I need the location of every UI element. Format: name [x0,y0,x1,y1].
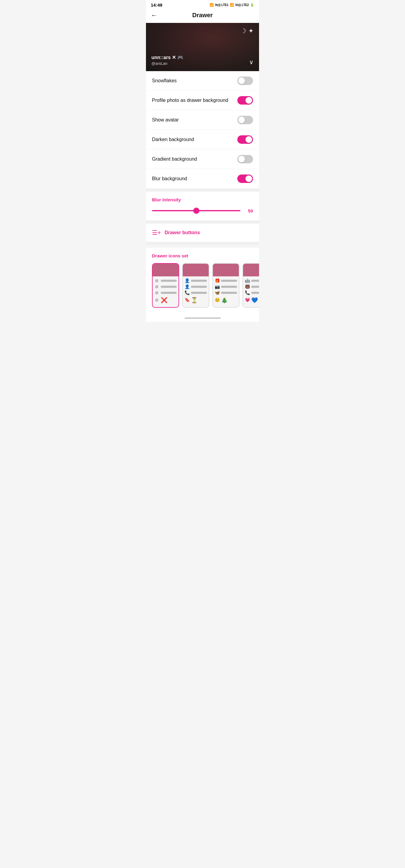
snowflakes-label: Snowflakes [152,78,177,84]
card-row: 👤 [184,284,207,289]
card-body-1: ⊘ ⊘ ⊘ ⊘ ❌ [152,276,178,307]
setting-snowflakes: Snowflakes [146,71,259,91]
card-icon: 📷 [215,284,220,289]
signal2-icon: 📶 [230,3,234,7]
back-button[interactable]: ← [151,11,157,19]
card-icon: 🎁 [215,278,220,283]
card-bar [221,292,237,294]
drawer-buttons-icon: ☰+ [152,229,161,236]
icons-set-scroll[interactable]: ⊘ ⊘ ⊘ ⊘ ❌ [152,263,259,308]
card-bar [191,280,207,282]
drawer-user-info: unn::ars ✕ 🎮 @arsLan [151,55,183,66]
scroll-handle [184,317,221,319]
card-special: 🎄 [221,297,228,304]
card-header-1 [152,264,178,276]
card-header-4 [243,264,259,276]
darken-bg-toggle[interactable] [237,135,253,144]
card-icon: 📞 [245,290,250,295]
card-bar [191,292,207,294]
card-row: ⊘ [154,284,177,289]
drawer-banner: ☽ ✦ unn::ars ✕ 🎮 @arsLan ∨ [146,23,259,71]
setting-show-avatar: Show avatar [146,110,259,130]
card-icon: 💗 [245,298,250,302]
card-icon: 🐻 [245,284,250,289]
card-bar [251,286,259,288]
drawer-handle: @arsLan [151,61,183,66]
card-body-2: 👤 👤 📞 🔖 ⏳ [183,276,209,307]
card-special: ❌ [161,297,167,304]
card-bar [161,292,177,294]
icon-card-1[interactable]: ⊘ ⊘ ⊘ ⊘ ❌ [152,263,179,308]
card-bar [221,286,237,288]
snowflakes-toggle[interactable] [237,76,253,85]
drawer-username: unn::ars ✕ 🎮 [151,55,183,60]
card-row: ⊘ [154,278,177,283]
card-icon: 👤 [184,278,190,283]
card-special: ⏳ [191,297,198,304]
drawer-buttons-section[interactable]: ☰+ Drawer buttons [146,223,259,242]
section-divider-3 [146,242,259,245]
card-row: 📞 [184,290,207,295]
status-bar: 14:49 📶 Vo)) LTE1 📶 Vo)) LTE2 🔋 [146,0,259,9]
card-icon: 🦋 [215,290,220,295]
card-icon: ⊘ [154,290,159,295]
icon-card-2[interactable]: 👤 👤 📞 🔖 ⏳ [182,263,209,308]
card-bar [251,292,259,294]
card-row: 👤 [184,278,207,283]
card-icon: 📞 [184,290,190,295]
blur-bg-label: Blur background [152,176,187,181]
signal-icon: 📶 [210,3,214,7]
card-special: 💙 [251,297,258,304]
card-bar [161,286,177,288]
card-body-4: 🤖 🐻 📞 💗 💙 [243,276,259,307]
card-icon: 👤 [184,284,190,289]
gradient-bg-label: Gradient background [152,156,197,162]
blur-intensity-section: Blur intensity 50 [146,192,259,220]
card-bar [161,280,177,282]
card-header-3 [213,264,239,276]
card-row: 🐻 [245,284,259,289]
slider-thumb[interactable] [193,208,199,214]
icon-card-4[interactable]: 🤖 🐻 📞 💗 💙 [242,263,259,308]
card-bar [251,280,259,282]
setting-blur-bg: Blur background [146,169,259,189]
gradient-bg-toggle[interactable] [237,155,253,163]
slider-container[interactable] [152,208,240,214]
card-row: 📷 [215,284,237,289]
blur-intensity-title: Blur intensity [152,197,253,202]
card-row: ⊘ ❌ [154,296,177,304]
card-row: 💗 💙 [245,296,259,304]
card-body-3: 🎁 📷 🦋 😊 🎄 [213,276,239,307]
card-row: 📞 [245,290,259,295]
slider-value: 50 [244,208,253,213]
icons-set-title: Drawer icons set [152,253,259,258]
bottom-indicator [146,313,259,322]
section-divider-2 [146,220,259,223]
slider-track [152,210,240,211]
card-icon: 🤖 [245,278,250,283]
card-row: 🦋 [215,290,237,295]
icons-set-section: Drawer icons set ⊘ ⊘ ⊘ ⊘ ❌ [146,248,259,313]
setting-darken-bg: Darken background [146,130,259,150]
status-time: 14:49 [151,2,162,7]
slider-row: 50 [152,208,253,214]
card-icon: ⊘ [154,278,159,283]
profile-photo-toggle[interactable] [237,96,253,104]
page-title: Drawer [193,12,213,19]
battery-icon: 🔋 [250,3,254,7]
profile-photo-label: Profile photo as drawer background [152,98,228,103]
setting-profile-photo: Profile photo as drawer background [146,91,259,110]
card-header-2 [183,264,209,276]
icon-card-3[interactable]: 🎁 📷 🦋 😊 🎄 [212,263,239,308]
card-row: 🎁 [215,278,237,283]
status-icons: 📶 Vo)) LTE1 📶 Vo)) LTE2 🔋 [210,3,254,7]
card-row: 🤖 [245,278,259,283]
card-icon: ⊘ [154,284,159,289]
moon-icon: ☽ ✦ [240,27,254,35]
show-avatar-toggle[interactable] [237,116,253,124]
blur-bg-toggle[interactable] [237,175,253,183]
card-icon: ⊘ [154,298,159,302]
lte2-label: Vo)) LTE2 [235,3,249,7]
chevron-down-icon[interactable]: ∨ [249,59,254,66]
card-bar [221,280,237,282]
